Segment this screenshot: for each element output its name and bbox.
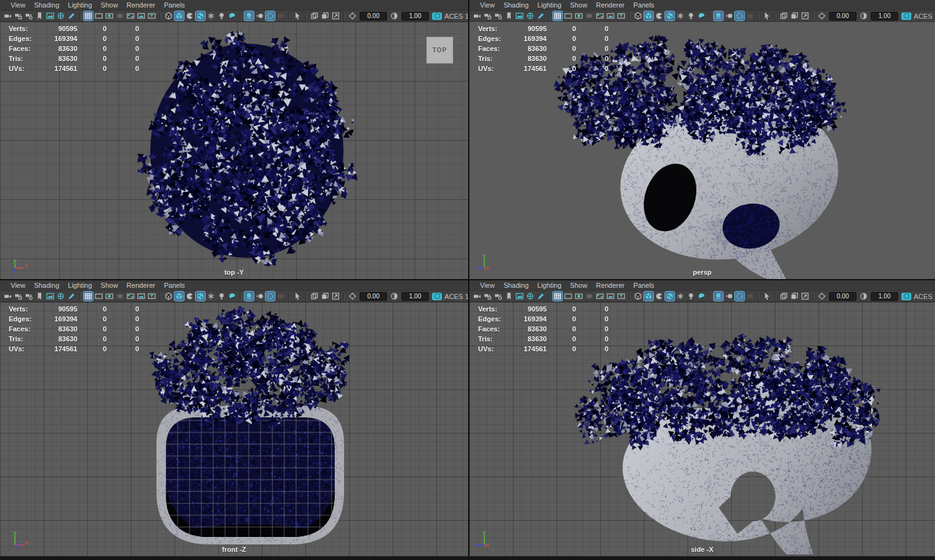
image-plane-icon[interactable] bbox=[46, 292, 55, 301]
menu-renderer[interactable]: Renderer bbox=[592, 280, 629, 290]
menu-lighting[interactable]: Lighting bbox=[64, 0, 97, 10]
color-management-icon[interactable] bbox=[432, 293, 442, 300]
gate-mask-icon[interactable] bbox=[585, 11, 594, 21]
duplicate-layer-icon[interactable] bbox=[779, 292, 789, 301]
menu-shading[interactable]: Shading bbox=[499, 280, 533, 290]
image-plane-icon[interactable] bbox=[515, 11, 524, 21]
depth-of-field-icon[interactable] bbox=[746, 11, 755, 21]
wireframe-cube-icon[interactable] bbox=[164, 292, 173, 301]
colorspace-label[interactable]: ACES 1.0 SDR-video (sRGB) bbox=[444, 12, 468, 20]
camera-attributes-icon[interactable] bbox=[24, 11, 34, 21]
duplicate-layer-icon[interactable] bbox=[779, 11, 789, 21]
grid-toggle-icon[interactable] bbox=[553, 11, 562, 21]
textured-shaded-icon[interactable] bbox=[196, 292, 205, 301]
default-material-icon[interactable] bbox=[185, 292, 194, 301]
select-tool-icon[interactable] bbox=[762, 11, 772, 21]
menu-renderer[interactable]: Renderer bbox=[592, 0, 629, 10]
menu-panels[interactable]: Panels bbox=[629, 280, 659, 290]
grease-pencil-icon[interactable] bbox=[67, 11, 76, 21]
grease-pencil-icon[interactable] bbox=[67, 292, 76, 301]
pan-zoom-icon[interactable] bbox=[525, 11, 535, 21]
pan-zoom-icon[interactable] bbox=[525, 292, 535, 301]
menu-shading[interactable]: Shading bbox=[30, 280, 64, 290]
isolate-select-icon[interactable] bbox=[331, 11, 340, 21]
select-tool-icon[interactable] bbox=[293, 292, 302, 301]
gamma-field[interactable]: 1.00 bbox=[401, 12, 429, 21]
screen-space-ao-icon[interactable] bbox=[244, 11, 254, 21]
lighting-bulb-icon[interactable] bbox=[217, 11, 226, 21]
smooth-shaded-icon[interactable] bbox=[175, 292, 184, 301]
contrast-icon[interactable] bbox=[859, 292, 868, 301]
screen-space-ao-icon[interactable] bbox=[714, 292, 723, 301]
motion-blur-icon[interactable] bbox=[724, 292, 734, 301]
gamma-field[interactable]: 1.00 bbox=[871, 292, 898, 301]
isolate-select-icon[interactable] bbox=[800, 11, 810, 21]
menu-panels[interactable]: Panels bbox=[629, 0, 659, 10]
exposure-icon[interactable] bbox=[348, 11, 357, 21]
menu-shading[interactable]: Shading bbox=[499, 0, 533, 10]
lock-camera-icon[interactable] bbox=[14, 292, 23, 301]
menu-lighting[interactable]: Lighting bbox=[533, 0, 566, 10]
shadows-sphere-icon[interactable] bbox=[697, 292, 706, 301]
safe-action-icon[interactable] bbox=[606, 11, 615, 21]
color-management-icon[interactable] bbox=[901, 293, 911, 300]
bookmark-icon[interactable] bbox=[504, 11, 514, 21]
color-management-icon[interactable] bbox=[901, 12, 911, 20]
shadows-sphere-icon[interactable] bbox=[228, 292, 237, 301]
menu-show[interactable]: Show bbox=[97, 280, 123, 290]
film-gate-icon[interactable] bbox=[563, 11, 573, 21]
lock-camera-icon[interactable] bbox=[483, 11, 492, 21]
gate-mask-icon[interactable] bbox=[115, 11, 125, 21]
menu-renderer[interactable]: Renderer bbox=[122, 280, 160, 290]
grid-toggle-icon[interactable] bbox=[84, 292, 93, 301]
wireframe-on-shaded-icon[interactable] bbox=[676, 292, 685, 301]
smooth-shaded-icon[interactable] bbox=[644, 11, 653, 21]
menu-view[interactable]: View bbox=[6, 0, 30, 10]
paste-layer-icon[interactable] bbox=[320, 292, 330, 301]
anti-aliasing-icon[interactable] bbox=[266, 11, 275, 21]
camera-attributes-icon[interactable] bbox=[24, 292, 34, 301]
menu-panels[interactable]: Panels bbox=[160, 0, 189, 10]
lock-camera-icon[interactable] bbox=[483, 292, 492, 301]
exposure-field[interactable]: 0.00 bbox=[829, 12, 856, 21]
lighting-bulb-icon[interactable] bbox=[217, 292, 226, 301]
menu-view[interactable]: View bbox=[6, 280, 30, 290]
exposure-icon[interactable] bbox=[817, 292, 827, 301]
colorspace-label[interactable]: ACES 1.0 SDR-video (sRGB) bbox=[914, 293, 935, 300]
menu-view[interactable]: View bbox=[476, 280, 499, 290]
textured-shaded-icon[interactable] bbox=[665, 292, 674, 301]
field-chart-icon[interactable] bbox=[126, 11, 135, 21]
pan-zoom-icon[interactable] bbox=[56, 292, 65, 301]
grid-toggle-icon[interactable] bbox=[84, 11, 93, 21]
shadows-sphere-icon[interactable] bbox=[228, 11, 237, 21]
field-chart-icon[interactable] bbox=[595, 292, 605, 301]
lock-camera-icon[interactable] bbox=[14, 11, 23, 21]
grease-pencil-icon[interactable] bbox=[536, 292, 545, 301]
gate-mask-icon[interactable] bbox=[585, 292, 594, 301]
colorspace-label[interactable]: ACES 1.0 SDR-video (sRGB) bbox=[444, 293, 468, 300]
pan-zoom-icon[interactable] bbox=[56, 11, 65, 21]
gate-mask-icon[interactable] bbox=[115, 292, 125, 301]
duplicate-layer-icon[interactable] bbox=[310, 292, 319, 301]
menu-lighting[interactable]: Lighting bbox=[64, 280, 97, 290]
paste-layer-icon[interactable] bbox=[320, 11, 330, 21]
image-plane-icon[interactable] bbox=[515, 292, 524, 301]
depth-of-field-icon[interactable] bbox=[276, 11, 285, 21]
resolution-gate-icon[interactable] bbox=[105, 292, 114, 301]
lighting-bulb-icon[interactable] bbox=[686, 11, 696, 21]
safe-title-icon[interactable] bbox=[147, 292, 156, 301]
menu-show[interactable]: Show bbox=[566, 280, 592, 290]
wireframe-on-shaded-icon[interactable] bbox=[206, 11, 216, 21]
textured-shaded-icon[interactable] bbox=[665, 11, 674, 21]
grease-pencil-icon[interactable] bbox=[536, 11, 545, 21]
image-plane-icon[interactable] bbox=[46, 11, 55, 21]
exposure-icon[interactable] bbox=[348, 292, 357, 301]
menu-show[interactable]: Show bbox=[97, 0, 123, 10]
duplicate-layer-icon[interactable] bbox=[310, 11, 319, 21]
resolution-gate-icon[interactable] bbox=[574, 292, 583, 301]
depth-of-field-icon[interactable] bbox=[276, 292, 285, 301]
motion-blur-icon[interactable] bbox=[255, 11, 264, 21]
depth-of-field-icon[interactable] bbox=[746, 292, 755, 301]
shadows-sphere-icon[interactable] bbox=[697, 11, 706, 21]
safe-title-icon[interactable] bbox=[616, 292, 626, 301]
